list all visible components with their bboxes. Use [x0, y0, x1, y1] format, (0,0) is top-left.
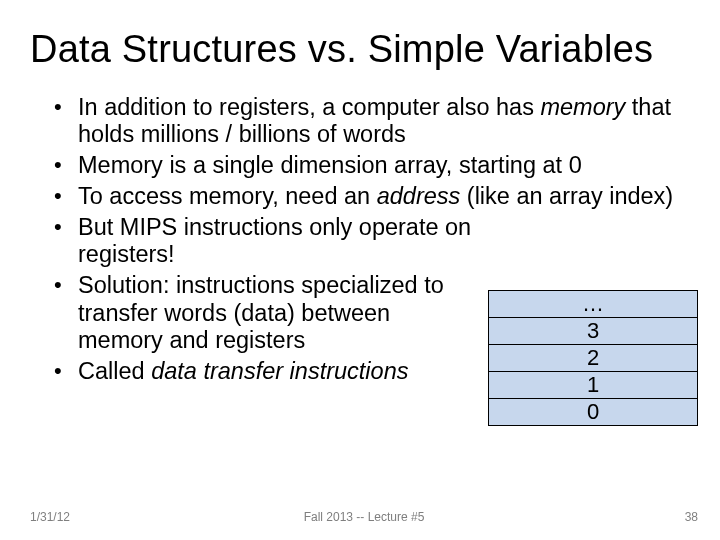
bullet-text-pre: Memory is a single dimension array, star…	[78, 152, 582, 178]
bullet-text-pre: To access memory, need an	[78, 183, 377, 209]
bullet-item: To access memory, need an address (like …	[78, 183, 688, 211]
bullet-text-pre: But MIPS instructions only operate on re…	[78, 214, 471, 268]
bullet-text-em: address	[377, 183, 461, 209]
memory-cell: 2	[488, 344, 698, 372]
footer-lecture: Fall 2013 -- Lecture #5	[30, 510, 698, 524]
bullet-item: Called data transfer instructions	[78, 358, 478, 386]
bullet-text-post: (like an array index)	[460, 183, 673, 209]
bullet-item: Solution: instructions specialized to tr…	[78, 272, 478, 355]
bullet-text-pre: Solution: instructions specialized to tr…	[78, 272, 444, 353]
bullet-item: But MIPS instructions only operate on re…	[78, 214, 478, 269]
memory-cell: 0	[488, 398, 698, 426]
bullet-item: Memory is a single dimension array, star…	[78, 152, 688, 180]
bullet-text-pre: Called	[78, 358, 151, 384]
slide-title: Data Structures vs. Simple Variables	[30, 28, 690, 72]
memory-stack: … 3 2 1 0	[488, 290, 698, 426]
bullet-text-em: memory	[540, 94, 625, 120]
memory-cell: …	[488, 290, 698, 318]
memory-cell: 3	[488, 317, 698, 345]
slide: Data Structures vs. Simple Variables In …	[0, 0, 720, 540]
bullet-item: In addition to registers, a computer als…	[78, 94, 688, 149]
slide-footer: 1/31/12 Fall 2013 -- Lecture #5 38	[30, 510, 698, 524]
bullet-text-pre: In addition to registers, a computer als…	[78, 94, 540, 120]
memory-cell: 1	[488, 371, 698, 399]
bullet-text-em: data transfer instructions	[151, 358, 408, 384]
